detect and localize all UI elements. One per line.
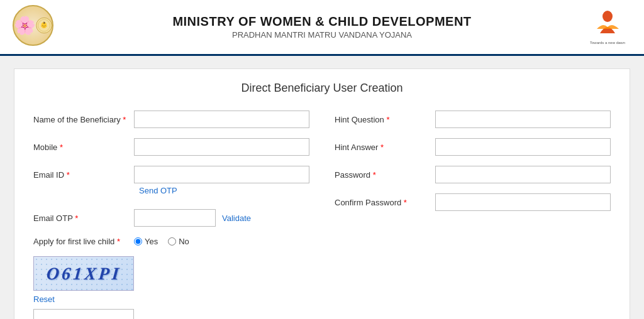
live-child-radio-group: Yes No xyxy=(134,237,189,246)
right-logo: Towards a new dawn xyxy=(587,5,631,49)
svg-text:Towards a new dawn: Towards a new dawn xyxy=(590,41,625,45)
hint-answer-input[interactable] xyxy=(435,138,611,156)
mobile-row: Mobile * xyxy=(33,138,309,156)
otp-row: Email OTP * Validate xyxy=(33,209,309,227)
confirm-password-label: Confirm Password * xyxy=(335,198,435,207)
live-child-row: Apply for first live child * Yes No xyxy=(33,237,309,246)
header-center: MINISTRY OF WOMEN & CHILD DEVELOPMENT PR… xyxy=(57,14,587,40)
live-child-label: Apply for first live child * xyxy=(33,237,134,246)
radio-yes[interactable] xyxy=(134,237,142,246)
name-input[interactable] xyxy=(134,111,309,128)
main-content: Direct Beneficiary User Creation Name of… xyxy=(14,68,630,319)
confirm-password-row: Confirm Password * xyxy=(335,193,611,211)
scheme-subtitle: PRADHAN MANTRI MATRU VANDANA YOJANA xyxy=(57,30,587,40)
page-title: Direct Beneficiary User Creation xyxy=(33,82,611,95)
svg-text:👶: 👶 xyxy=(40,21,48,29)
header: 👶 MINISTRY OF WOMEN & CHILD DEVELOPMENT … xyxy=(0,0,644,56)
otp-input[interactable] xyxy=(134,209,216,227)
radio-no[interactable] xyxy=(168,237,176,246)
validate-link[interactable]: Validate xyxy=(222,214,251,223)
email-input[interactable] xyxy=(134,166,309,183)
form-left: Name of the Beneficiary * Mobile * Email… xyxy=(33,111,309,319)
password-row: Password * xyxy=(335,166,611,183)
svg-point-4 xyxy=(602,11,613,22)
ministry-title: MINISTRY OF WOMEN & CHILD DEVELOPMENT xyxy=(57,14,587,29)
email-label: Email ID * xyxy=(33,170,134,180)
form-right: Hint Question * Hint Answer * Password * xyxy=(335,111,611,319)
email-row: Email ID * xyxy=(33,166,309,183)
name-row: Name of the Beneficiary * xyxy=(33,111,309,128)
hint-question-input[interactable] xyxy=(435,111,611,128)
email-otp-section: Email ID * Send OTP xyxy=(33,166,309,199)
otp-label: Email OTP * xyxy=(33,214,134,223)
mobile-label: Mobile * xyxy=(33,143,134,152)
form-section: Name of the Beneficiary * Mobile * Email… xyxy=(33,111,611,319)
mobile-input[interactable] xyxy=(134,138,309,156)
ministry-emblem: 👶 xyxy=(13,5,53,46)
confirm-password-input[interactable] xyxy=(435,193,611,211)
send-otp-link[interactable]: Send OTP xyxy=(139,186,309,195)
captcha-reset-link[interactable]: Reset xyxy=(33,295,309,304)
name-label: Name of the Beneficiary * xyxy=(33,115,134,124)
left-logo: 👶 xyxy=(13,5,57,49)
radio-yes-option[interactable]: Yes xyxy=(134,237,158,246)
captcha-input[interactable] xyxy=(33,309,134,319)
radio-no-option[interactable]: No xyxy=(168,237,189,246)
hint-answer-row: Hint Answer * xyxy=(335,138,611,156)
captcha-text: O61XPI xyxy=(45,264,122,284)
password-label: Password * xyxy=(335,170,435,180)
password-input[interactable] xyxy=(435,166,611,183)
hint-answer-label: Hint Answer * xyxy=(335,143,435,152)
hint-question-row: Hint Question * xyxy=(335,111,611,128)
hint-question-label: Hint Question * xyxy=(335,115,435,124)
captcha-image: O61XPI xyxy=(33,256,134,291)
